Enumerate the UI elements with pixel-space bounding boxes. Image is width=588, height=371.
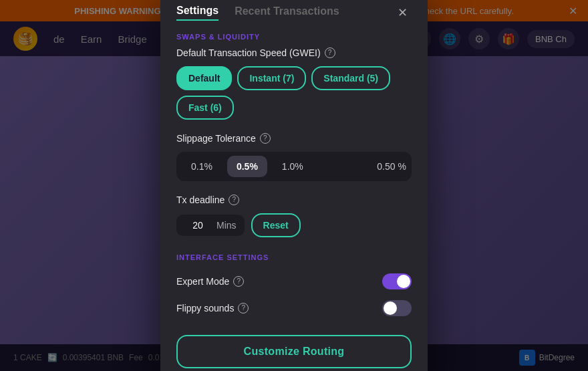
flippy-sounds-toggle-knob [384, 301, 397, 315]
flippy-sounds-row: Flippy sounds ? [176, 295, 412, 322]
speed-btn-default[interactable]: Default [176, 66, 232, 90]
slip-custom-input[interactable] [362, 161, 396, 172]
modal-overlay: Settings Recent Transactions ✕ SWAPS & L… [0, 0, 588, 371]
deadline-unit: Mins [216, 220, 237, 231]
speed-field-label: Default Transaction Speed (GWEI) ? [176, 47, 412, 58]
flippy-sounds-help-icon[interactable]: ? [238, 303, 249, 314]
close-icon[interactable]: ✕ [393, 3, 412, 22]
customize-routing-button[interactable]: Customize Routing [176, 335, 412, 368]
speed-help-icon[interactable]: ? [325, 47, 335, 58]
expert-mode-help-icon[interactable]: ? [233, 276, 244, 287]
modal-body: SWAPS & LIQUIDITY Default Transaction Sp… [160, 33, 428, 372]
speed-btn-instant[interactable]: Instant (7) [237, 66, 306, 90]
deadline-field-label: Tx deadline ? [176, 195, 412, 205]
deadline-row: Mins Reset [176, 213, 412, 237]
speed-btn-fast[interactable]: Fast (6) [176, 96, 234, 120]
tab-recent-transactions[interactable]: Recent Transactions [235, 5, 339, 20]
slippage-options-row: 0.1% 0.5% 1.0% % [176, 152, 412, 181]
interface-settings-section: Expert Mode ? Flippy sounds ? [176, 268, 412, 322]
deadline-help-icon[interactable]: ? [229, 195, 239, 205]
slip-pct-symbol: % [398, 161, 406, 172]
flippy-sounds-toggle[interactable] [382, 300, 412, 316]
modal-header: Settings Recent Transactions ✕ [160, 0, 428, 33]
slip-custom-input-wrapper: % [362, 161, 406, 172]
deadline-input-wrapper: Mins [176, 215, 245, 236]
deadline-reset-button[interactable]: Reset [251, 213, 301, 237]
slip-btn-10[interactable]: 1.0% [273, 156, 313, 177]
tab-settings[interactable]: Settings [176, 5, 218, 21]
slip-btn-05[interactable]: 0.5% [227, 156, 267, 177]
settings-modal: Settings Recent Transactions ✕ SWAPS & L… [160, 0, 428, 371]
expert-mode-row: Expert Mode ? [176, 268, 412, 295]
expert-mode-toggle-knob [397, 275, 410, 288]
swaps-liquidity-label: SWAPS & LIQUIDITY [176, 33, 412, 41]
slippage-help-icon[interactable]: ? [260, 133, 271, 144]
slip-btn-01[interactable]: 0.1% [182, 156, 222, 177]
expert-mode-toggle[interactable] [382, 273, 412, 289]
interface-settings-label: INTERFACE SETTINGS [176, 253, 412, 261]
expert-mode-label: Expert Mode ? [176, 276, 244, 287]
slippage-field-label: Slippage Tolerance ? [176, 133, 412, 144]
deadline-input[interactable] [184, 220, 211, 231]
flippy-sounds-label: Flippy sounds ? [176, 303, 249, 314]
speed-buttons-group: Default Instant (7) Standard (5) Fast (6… [176, 66, 412, 120]
speed-btn-standard[interactable]: Standard (5) [311, 66, 390, 90]
